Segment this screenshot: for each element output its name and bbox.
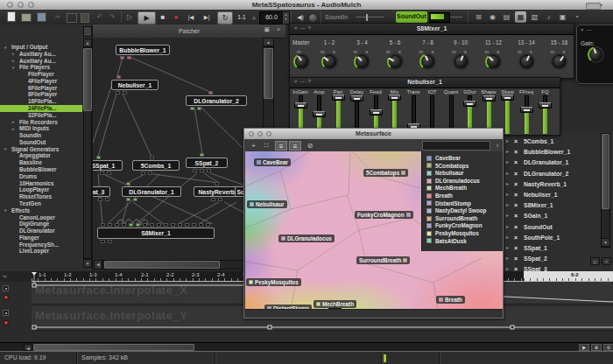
soundin-label[interactable]: SoundIn [325, 11, 355, 23]
input-port[interactable] [129, 223, 133, 227]
tempo-field[interactable]: 60.0 [259, 11, 284, 24]
channel-volume-knob[interactable] [354, 53, 370, 70]
patcher-node[interactable]: SSpat_1 [93, 160, 123, 171]
channel-volume-knob[interactable] [518, 53, 535, 70]
contraption-list-item[interactable]: ▸×SSpat_2 [490, 254, 599, 263]
input-port[interactable] [116, 75, 121, 79]
contraption-list-item[interactable]: ▸×SouthPole_1 [490, 233, 599, 242]
tree-item[interactable]: LiveLooper [0, 248, 82, 255]
input-port[interactable] [96, 156, 101, 159]
soundin-slider-handle[interactable] [366, 14, 368, 21]
tree-scrollbar-thumb[interactable] [83, 48, 92, 111]
output-port[interactable] [98, 198, 102, 201]
channel-mute-button[interactable]: m [354, 49, 358, 54]
expand-icon[interactable]: ▸ [506, 254, 509, 263]
input-port[interactable] [192, 223, 196, 227]
patcher-scroll-up-icon[interactable]: ▲ [263, 38, 274, 46]
fader-handle[interactable] [313, 111, 326, 117]
minimize-icon[interactable]: — [587, 27, 595, 32]
speaker-icon[interactable]: ◀) [294, 11, 306, 23]
patcher-view-button[interactable]: ⊞ [473, 11, 484, 23]
input-port[interactable] [206, 223, 210, 227]
input-port[interactable] [199, 223, 203, 227]
play-button[interactable]: ▶ [137, 11, 156, 24]
contraption-list-item[interactable]: ▸×SGain_1 [490, 211, 599, 220]
fader-handle[interactable] [332, 94, 345, 101]
save-icon[interactable] [37, 12, 46, 22]
input-port[interactable] [115, 223, 119, 227]
snapshot-list-item[interactable]: 5Combatops [426, 163, 469, 170]
soundout-level-slider[interactable] [450, 17, 462, 18]
channel-volume-knob[interactable] [321, 53, 338, 70]
patcher-node[interactable]: S8Mixer_1 [97, 228, 215, 239]
remove-contraption-icon[interactable]: × [514, 211, 518, 220]
channel-mute-button[interactable]: m [452, 49, 456, 54]
snapshot-point[interactable]: Nebulisaur [247, 200, 287, 208]
tree-scroll-down-icon[interactable]: ▼ [83, 259, 92, 268]
expand-icon[interactable]: ▸ [506, 169, 509, 178]
snapshot-list-item[interactable]: PeskyMosquitos [426, 230, 479, 237]
fader-handle[interactable] [294, 102, 307, 108]
lane-x-record-arm[interactable] [4, 295, 9, 300]
channel-volume-knob[interactable] [387, 53, 404, 70]
input-port[interactable] [136, 223, 140, 227]
open-document-icon[interactable] [21, 13, 32, 22]
expand-icon[interactable]: ▸ [506, 136, 509, 146]
channel-mute-button[interactable]: m [419, 49, 424, 54]
patcher-menu-icon[interactable]: ▣ [264, 26, 270, 33]
copy-icon[interactable] [67, 13, 77, 23]
new-document-icon[interactable] [7, 11, 16, 22]
automation-hscrollbar-thumb[interactable] [33, 344, 194, 351]
patcher-hscrollbar-thumb[interactable] [104, 261, 220, 269]
snapshot-point[interactable]: MechBreath [314, 300, 356, 308]
remove-contraption-icon[interactable]: × [514, 136, 518, 146]
automation-view-button[interactable]: ▧ [529, 11, 540, 23]
input-port[interactable] [108, 223, 112, 227]
contraption-list-item[interactable]: ▸×S8Mixer_1 [490, 200, 599, 210]
fader-handle[interactable] [370, 109, 383, 116]
panel-close-icon[interactable]: × [602, 257, 611, 265]
input-port[interactable] [101, 223, 105, 227]
patcher-vscrollbar-thumb[interactable] [264, 48, 273, 99]
remove-contraption-icon[interactable]: × [514, 158, 518, 167]
zoom-out-icon[interactable]: ⊖ [603, 344, 613, 351]
gain-knob[interactable] [588, 46, 604, 63]
fader-handle[interactable] [463, 101, 476, 107]
output-port[interactable] [148, 172, 152, 175]
monitor-knob-icon[interactable] [308, 13, 318, 23]
contraption-list-item[interactable]: ▸×Nebuliser_1 [490, 190, 599, 200]
list-view-button[interactable]: ≡ [275, 141, 287, 150]
redo-icon[interactable]: ↷ [107, 11, 117, 23]
library-view-button[interactable]: ▣ [557, 11, 568, 23]
snapshot-list-item[interactable]: Breath [426, 192, 453, 200]
notes-view-button[interactable]: ♪ [543, 11, 554, 23]
output-port[interactable] [107, 172, 111, 175]
detail-view-button[interactable]: ≡ [289, 141, 301, 150]
nebuliser-titlebar[interactable]: ×—? Nebuliser_1 [290, 78, 560, 88]
expand-icon[interactable]: ▸ [506, 147, 509, 157]
remove-contraption-icon[interactable]: × [514, 147, 518, 157]
tree-scroll-up-icon[interactable]: ▲ [83, 38, 92, 47]
mixer-titlebar[interactable]: ×—? S8Mixer_1 [290, 24, 574, 35]
metasurface-view-button[interactable]: ▦ [515, 11, 526, 23]
input-port[interactable] [122, 223, 126, 227]
contraption-list-item[interactable]: ▸×5Combs_1 [490, 136, 599, 146]
lane-x-visible-checkbox[interactable] [3, 285, 9, 291]
output-port[interactable] [197, 107, 201, 110]
output-port[interactable] [108, 240, 112, 243]
snapshot-list-item[interactable]: MechBreath [426, 185, 467, 192]
snapshot-point[interactable]: DLGranuladocus [278, 234, 335, 242]
snapshot-search-input[interactable] [422, 141, 490, 150]
record-button[interactable]: ● [171, 11, 181, 23]
clock-view-button[interactable]: ◔ [571, 11, 582, 23]
output-port[interactable] [190, 107, 194, 110]
channel-mute-button[interactable]: m [551, 49, 555, 54]
contraption-scroll-down-icon[interactable]: ▼ [601, 238, 610, 247]
snapshot-point[interactable]: CaveBear [254, 158, 291, 166]
input-port[interactable] [185, 223, 189, 227]
channel-mute-button[interactable]: m [518, 49, 522, 54]
snapshot-point[interactable]: 5Combatops [363, 169, 408, 177]
contraption-list-item[interactable]: ▸×DLGranulator_2 [490, 169, 599, 178]
remove-contraption-icon[interactable]: × [514, 243, 518, 253]
remove-contraption-icon[interactable]: × [514, 254, 518, 263]
